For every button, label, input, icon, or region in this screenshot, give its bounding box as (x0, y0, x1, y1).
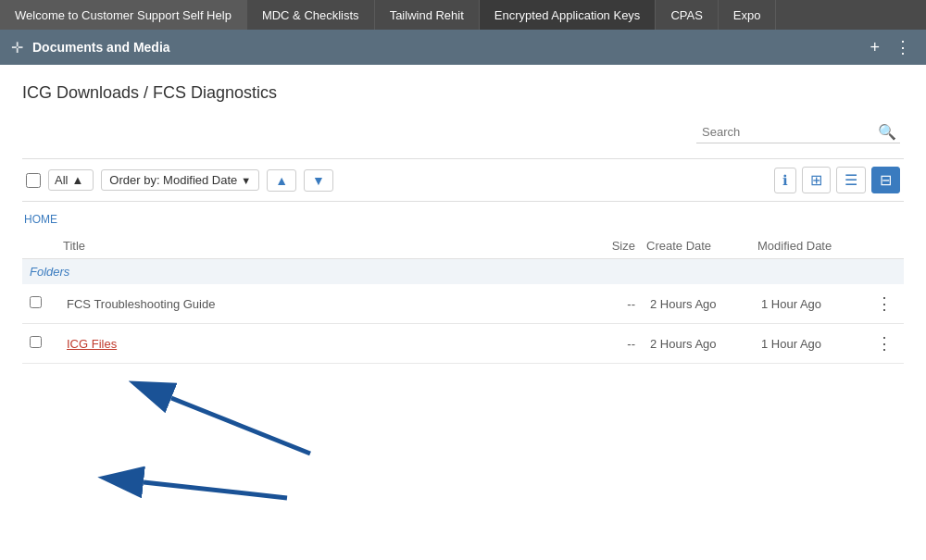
search-input-wrap: 🔍 (696, 121, 900, 143)
sort-descending-button[interactable]: ▼ (304, 169, 333, 192)
nav-item-mdc[interactable]: MDC & Checklists (247, 0, 375, 30)
svg-line-2 (171, 398, 310, 454)
col-modified-date: Modified Date (754, 233, 865, 259)
file-table: Title Size Create Date Modified Date Fol… (22, 233, 904, 364)
nav-item-expo[interactable]: Expo (719, 0, 777, 30)
folders-section-label: Folders (22, 259, 904, 285)
row2-file-name[interactable]: ICG Files (67, 337, 117, 351)
widget-actions: + ⋮ (866, 37, 915, 57)
row2-checkbox[interactable] (30, 336, 42, 348)
info-button[interactable]: ℹ (774, 168, 796, 193)
svg-line-3 (144, 482, 287, 498)
row2-name-cell: ICG Files (59, 324, 587, 364)
toolbar-left: All ▲ Order by: Modified Date ▼ ▲ ▼ (26, 169, 774, 192)
table-row: FCS Troubleshooting Guide -- 2 Hours Ago… (22, 284, 904, 324)
main-panel: ICG Downloads / FCS Diagnostics 🔍 All ▲ (0, 65, 926, 560)
nav-item-encrypted[interactable]: Encrypted Application Keys (480, 0, 657, 30)
row1-size: -- (587, 284, 643, 324)
widget-header: ✛ Documents and Media + ⋮ (0, 30, 926, 65)
order-by-text: Order by: Modified Date (109, 173, 237, 187)
folders-section-header: Folders (22, 259, 904, 285)
detail-view-button[interactable]: ⊟ (871, 167, 900, 193)
search-bar: 🔍 (22, 121, 904, 143)
row1-checkbox[interactable] (30, 296, 42, 308)
row2-actions-cell: ⋮ (865, 324, 904, 364)
row1-more-button[interactable]: ⋮ (872, 295, 896, 312)
table-header-row: Title Size Create Date Modified Date (22, 233, 904, 259)
row2-checkbox-cell (22, 324, 59, 364)
drag-icon: ✛ (11, 39, 23, 56)
select-all-label: All (55, 173, 68, 187)
list-view-button[interactable]: ☰ (836, 167, 866, 193)
widget-more-button[interactable]: ⋮ (891, 37, 915, 57)
home-label: HOME (22, 213, 904, 226)
widget-add-button[interactable]: + (866, 37, 883, 57)
row1-name-cell: FCS Troubleshooting Guide (59, 284, 587, 324)
widget-title: Documents and Media (32, 40, 866, 55)
row1-modified-date: 1 Hour Ago (754, 284, 865, 324)
select-all-dropdown[interactable]: All ▲ (48, 169, 94, 191)
nav-item-cpas[interactable]: CPAS (656, 0, 718, 30)
row2-modified-date: 1 Hour Ago (754, 324, 865, 364)
top-navigation: Welcome to Customer Support Self Help MD… (0, 0, 926, 30)
breadcrumb: ICG Downloads / FCS Diagnostics (22, 83, 904, 103)
select-all-chevron: ▲ (71, 173, 83, 187)
col-create-date: Create Date (643, 233, 754, 259)
row1-create-date: 2 Hours Ago (643, 284, 754, 324)
row2-size: -- (587, 324, 643, 364)
row1-actions-cell: ⋮ (865, 284, 904, 324)
content-area: ICG Downloads / FCS Diagnostics 🔍 All ▲ (0, 65, 926, 560)
row2-create-date: 2 Hours Ago (643, 324, 754, 364)
table-row: ICG Files -- 2 Hours Ago 1 Hour Ago ⋮ (22, 324, 904, 364)
select-all-checkbox[interactable] (26, 173, 41, 188)
col-actions (865, 233, 904, 259)
search-input[interactable] (696, 121, 900, 143)
sort-ascending-button[interactable]: ▲ (267, 169, 296, 192)
col-title: Title (59, 233, 587, 259)
grid-view-button[interactable]: ⊞ (802, 167, 831, 193)
col-size: Size (587, 233, 643, 259)
row1-checkbox-cell (22, 284, 59, 324)
row1-file-name[interactable]: FCS Troubleshooting Guide (67, 297, 215, 311)
order-by-selector[interactable]: Order by: Modified Date ▼ (101, 169, 259, 191)
search-icon[interactable]: 🔍 (878, 123, 896, 141)
order-by-chevron: ▼ (241, 175, 251, 186)
nav-item-welcome[interactable]: Welcome to Customer Support Self Help (0, 0, 247, 30)
row2-more-button[interactable]: ⋮ (872, 335, 896, 352)
toolbar-right: ℹ ⊞ ☰ ⊟ (774, 167, 900, 193)
col-checkbox (22, 233, 59, 259)
nav-item-tailwind[interactable]: Tailwind Rehit (375, 0, 480, 30)
toolbar-row: All ▲ Order by: Modified Date ▼ ▲ ▼ ℹ ⊞ … (22, 158, 904, 202)
